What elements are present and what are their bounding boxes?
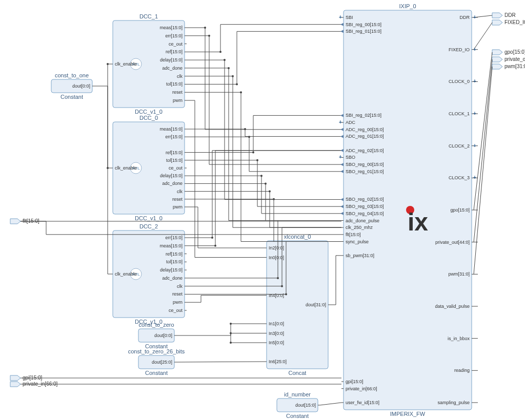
ixip-lport-0[interactable]: SBI <box>346 15 353 20</box>
dcc0-rport-1[interactable]: err[15:0] <box>165 134 183 139</box>
svg-point-117 <box>232 75 234 77</box>
dcc2-lport-0[interactable]: clk_enable <box>115 271 137 277</box>
dcc2-rport-0[interactable]: err[15:0] <box>165 235 183 240</box>
dcc1-rport-5[interactable]: adc_done <box>162 66 183 71</box>
gpo-pin[interactable]: gpo[15:0] <box>504 49 525 55</box>
ixip-lport-34[interactable]: sb_pwm[31:0] <box>346 253 374 258</box>
ixip-lport-19[interactable]: ADC_reg_02[15:0] <box>346 148 384 153</box>
ixip-lport-20[interactable]: SBO <box>346 155 355 160</box>
ixip-lport-29[interactable]: adc_done_pulse <box>346 218 379 223</box>
private_out-pin[interactable]: private_out[44:0] <box>504 56 525 62</box>
dcc1-rport-7[interactable]: tol[15:0] <box>166 81 183 87</box>
dcc0-rport-0[interactable]: meas[15:0] <box>159 127 183 132</box>
dcc0-rport-7[interactable]: adc_done <box>162 181 183 186</box>
svg-marker-155 <box>340 212 344 215</box>
dcc2-rport-4[interactable]: delay[15:0] <box>160 267 183 272</box>
dcc1-lport-0[interactable]: clk_enable <box>115 61 137 67</box>
ixip-lport-26[interactable]: SBO_reg_02[15:0] <box>346 197 384 202</box>
ixip-rport-10[interactable]: is_in_bbox <box>448 336 470 341</box>
ixip-rport-4[interactable]: CLOCK_2 <box>449 143 470 149</box>
dcc0-lport-0[interactable]: clk_enable <box>115 165 137 171</box>
ddr-pin[interactable]: DDR <box>504 12 516 18</box>
svg-text:+: + <box>339 119 342 125</box>
dcc0-rport-10[interactable]: pwm <box>173 204 183 209</box>
const_zero26-rport-0[interactable]: dout[25:0] <box>152 360 172 365</box>
ixip-lport-14[interactable]: SBI_reg_02[15:0] <box>346 113 381 118</box>
dcc1-rport-0[interactable]: meas[15:0] <box>159 25 183 30</box>
ixip-rport-7[interactable]: private_out[44:0] <box>435 240 470 245</box>
dcc1-rport-8[interactable]: reset <box>172 90 183 95</box>
svg-marker-152 <box>340 170 344 173</box>
fixed_io-pin[interactable]: FIXED_IO <box>504 19 525 25</box>
id_number-rport-0[interactable]: dout[15:0] <box>295 403 316 408</box>
ixip-lport-30[interactable]: clk_250_mhz <box>346 225 373 230</box>
svg-point-118 <box>236 83 238 85</box>
svg-marker-149 <box>340 135 344 138</box>
ixip-rport-1[interactable]: FIXED_IO <box>449 47 470 52</box>
ixip-rport-3[interactable]: CLOCK_1 <box>449 111 470 116</box>
dcc0-rport-6[interactable]: delay[15:0] <box>160 173 183 178</box>
ixip-lport-32[interactable]: sync_pulse <box>346 239 369 244</box>
dcc0-rport-8[interactable]: clk <box>177 189 183 194</box>
dcc0-subtitle: DCC_v1_0 <box>135 215 163 221</box>
dcc0-rport-3[interactable]: ref[15:0] <box>166 150 183 155</box>
dcc2-rport-7[interactable]: reset <box>172 291 183 297</box>
ixip-lport-53[interactable]: private_in[66:0] <box>346 386 377 391</box>
dcc1-rport-6[interactable]: clk <box>177 74 183 79</box>
ixip-lport-15[interactable]: ADC <box>346 120 356 125</box>
dcc0-rport-5[interactable]: ce_out <box>169 165 183 171</box>
dcc2-rport-5[interactable]: adc_done <box>162 276 183 281</box>
svg-point-132 <box>285 293 287 295</box>
svg-point-129 <box>214 245 216 247</box>
ixip-lport-16[interactable]: ADC_reg_00[15:0] <box>346 127 384 132</box>
dcc2-rport-2[interactable]: ref[15:0] <box>166 251 183 257</box>
ixip-rport-6[interactable]: gpo[15:0] <box>450 207 470 213</box>
const_zero-rport-0[interactable]: dout[0:0] <box>154 333 172 338</box>
xlconcat-lport-10[interactable]: In5[0:0] <box>269 340 284 345</box>
dcc1-rport-2[interactable]: ce_out <box>169 41 183 47</box>
dcc1-rport-4[interactable]: delay[15:0] <box>160 57 183 62</box>
dcc2-title: DCC_2 <box>139 223 158 229</box>
ixip-rport-5[interactable]: CLOCK_3 <box>449 175 470 180</box>
dcc2-rport-9[interactable]: ce_out <box>169 308 183 313</box>
ixip-lport-52[interactable]: gpi[15:0] <box>346 379 364 384</box>
ixip-lport-28[interactable]: SBO_reg_04[15:0] <box>346 211 384 216</box>
svg-text:const_to_one: const_to_one <box>55 72 89 78</box>
svg-point-121 <box>248 136 250 138</box>
dcc1-rport-3[interactable]: ref[15:0] <box>166 49 183 54</box>
svg-point-124 <box>260 175 262 177</box>
dcc1-rport-1[interactable]: err[15:0] <box>165 33 183 38</box>
ixip-lport-17[interactable]: ADC_reg_01[15:0] <box>346 134 384 139</box>
dcc0-rport-4[interactable]: tol[15:0] <box>166 158 183 163</box>
ixip-lport-31[interactable]: flt[15:0] <box>346 232 361 237</box>
xlconcat-lport-8[interactable]: In1[0:0] <box>269 321 284 326</box>
ixip-rport-0[interactable]: DDR <box>460 15 470 20</box>
dcc2-rport-3[interactable]: tol[15:0] <box>166 259 183 264</box>
ixip-rport-11[interactable]: reading <box>454 368 470 373</box>
xlconcat-lport-12[interactable]: In6[25:0] <box>269 359 287 364</box>
svg-text:+: + <box>339 14 342 20</box>
ixip-lport-22[interactable]: SBO_reg_01[15:0] <box>346 169 384 174</box>
ixip-lport-2[interactable]: SBI_reg_01[15:0] <box>346 29 381 34</box>
ixip-rport-12[interactable]: sampling_pulse <box>437 400 470 405</box>
ixip-rport-2[interactable]: CLOCK_0 <box>449 79 470 84</box>
ixip-lport-21[interactable]: SBO_reg_00[15:0] <box>346 162 384 167</box>
pwm-pin[interactable]: pwm[31:0] <box>504 64 525 69</box>
dcc2-rport-1[interactable]: meas[15:0] <box>159 243 183 248</box>
dcc2-rport-6[interactable]: clk <box>177 284 183 289</box>
ixip-lport-55[interactable]: user_fw_id[15:0] <box>346 400 379 405</box>
ixip-lport-27[interactable]: SBO_reg_03[15:0] <box>346 204 384 209</box>
ixip-rport-8[interactable]: pwm[31:0] <box>448 271 470 277</box>
id_number-subtitle: Constant <box>286 413 309 419</box>
svg-text:Constant: Constant <box>60 94 83 100</box>
dcc1-rport-9[interactable]: pwm <box>173 98 183 103</box>
dcc2-rport-8[interactable]: pwm <box>173 300 183 305</box>
xlconcat-rport-0[interactable]: dout[31:0] <box>306 302 326 307</box>
svg-point-125 <box>265 182 267 184</box>
ixip-rport-9[interactable]: data_valid_pulse <box>435 304 470 309</box>
dcc0-rport-9[interactable]: reset <box>172 197 183 202</box>
ixip-lport-1[interactable]: SBI_reg_00[15:0] <box>346 22 381 27</box>
xlconcat-lport-9[interactable]: In3[0:0] <box>269 331 284 336</box>
svg-marker-148 <box>340 128 344 131</box>
xlconcat-lport-5[interactable]: In4[0:0] <box>269 293 284 298</box>
